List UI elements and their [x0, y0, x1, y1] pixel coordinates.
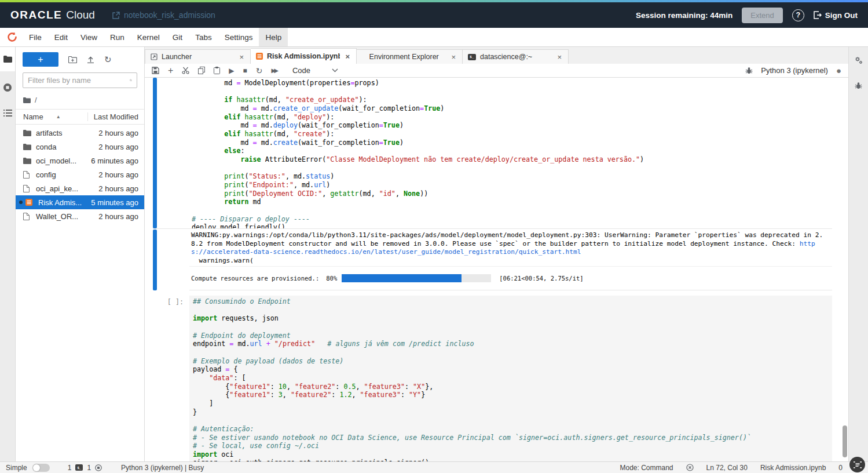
cut-cells-button[interactable] — [182, 67, 189, 74]
menu-tabs[interactable]: Tabs — [189, 28, 218, 46]
close-tab-icon[interactable]: × — [556, 53, 563, 61]
form-lines-icon — [854, 461, 862, 468]
output-body: WARNING:py.warnings:/opt/conda/lib/pytho… — [189, 230, 832, 290]
list-icon — [3, 110, 12, 117]
logo-cloud-text: Cloud — [66, 9, 95, 21]
scrollbar-thumb[interactable] — [843, 425, 847, 457]
main-area: + ↻ — [0, 47, 868, 461]
file-list: artifacts 2 hours ago conda 2 hours ago … — [16, 125, 144, 223]
notifications-off-icon[interactable] — [686, 464, 694, 471]
terminal-icon: $_ — [75, 464, 83, 471]
tab-terminal-datascience[interactable]: $_ datascience@:~ × — [463, 49, 569, 64]
notebook-scroll-area: md = ModelDeployment(properties=props) i… — [145, 78, 848, 461]
close-tab-icon[interactable]: × — [344, 52, 351, 61]
progress-bar — [342, 274, 491, 282]
upload-button[interactable] — [87, 56, 94, 63]
menu-settings[interactable]: Settings — [218, 28, 259, 46]
menu-git[interactable]: Git — [166, 28, 189, 46]
file-row-risk-admission[interactable]: Risk Admis... 5 minutes ago — [16, 195, 144, 209]
column-header-last-modified[interactable]: Last Modified — [87, 112, 138, 121]
breadcrumb[interactable]: / — [16, 92, 144, 110]
folder-icon — [23, 158, 31, 164]
code-editor[interactable]: md = ModelDeployment(properties=props) i… — [189, 78, 832, 228]
code-cell-endpoint: [ ]: ## Consumindo o Endpoint import req… — [153, 296, 832, 461]
external-link-icon — [112, 12, 120, 19]
code-editor[interactable]: ## Consumindo o Endpoint import requests… — [189, 296, 832, 461]
sign-out-button[interactable]: Sign Out — [814, 11, 858, 20]
status-bar-right: Mode: Command Ln 72, Col 30 Risk Admissi… — [620, 464, 843, 472]
kernel-status-label[interactable]: Python 3 (ipykernel) | Busy — [121, 464, 204, 472]
progress-bar-fill — [342, 274, 461, 282]
menu-file[interactable]: File — [23, 28, 48, 46]
menu-kernel[interactable]: Kernel — [131, 28, 166, 46]
command-mode-label: Mode: Command — [620, 464, 673, 472]
extend-session-button[interactable]: Extend — [742, 8, 782, 23]
kernel-busy-indicator: ● — [836, 66, 841, 75]
sidebar-tab-running-sessions[interactable] — [0, 83, 15, 92]
chevron-down-icon[interactable] — [332, 68, 338, 72]
save-icon — [152, 67, 159, 74]
sidebar-tab-filebrowser[interactable] — [0, 47, 15, 71]
folder-icon — [3, 56, 12, 63]
new-launcher-button[interactable]: + — [23, 52, 58, 67]
cell-output-area: WARNING:py.warnings:/opt/conda/lib/pytho… — [153, 230, 832, 290]
tab-risk-admission[interactable]: Risk Admission.ipynb × — [251, 48, 357, 64]
restart-and-run-all-button[interactable]: ▶▶ — [272, 68, 277, 74]
file-row-conda[interactable]: conda 2 hours ago — [16, 140, 144, 154]
file-browser-panel: + ↻ — [16, 47, 145, 461]
file-icon — [23, 171, 30, 179]
property-inspector-tab[interactable] — [849, 56, 868, 65]
column-header-name[interactable]: Name ▲ — [23, 112, 87, 121]
new-folder-button[interactable] — [68, 56, 77, 63]
cursor-position-label[interactable]: Ln 72, Col 30 — [706, 464, 748, 472]
file-row-wallet[interactable]: Wallet_OR... 2 hours ago — [16, 209, 144, 223]
close-tab-icon[interactable]: × — [238, 53, 245, 61]
status-bar: Simple 1 $_ 1 Python 3 (ipykernel) | Bus… — [0, 461, 868, 473]
debugger-tab[interactable] — [849, 82, 868, 89]
simple-mode-toggle[interactable] — [32, 464, 50, 472]
file-row-oci-model[interactable]: oci_model... 6 minutes ago — [16, 154, 144, 168]
jupyter-menubar: File Edit View Run Kernel Git Tabs Setti… — [0, 28, 868, 47]
output-collapser[interactable] — [153, 230, 157, 290]
file-browser-toolbar: + ↻ — [16, 47, 144, 71]
sort-ascending-icon: ▲ — [56, 114, 61, 119]
paste-cells-button[interactable] — [214, 67, 220, 74]
file-filter-input[interactable] — [28, 76, 130, 85]
sidebar-tab-table-of-contents[interactable] — [0, 110, 15, 117]
restart-kernel-button[interactable]: ↻ — [256, 67, 263, 75]
file-row-oci-api-key[interactable]: oci_api_ke... 2 hours ago — [16, 181, 144, 195]
insert-cell-button[interactable]: + — [168, 66, 173, 75]
refresh-button[interactable]: ↻ — [104, 54, 112, 65]
folder-icon — [23, 130, 31, 136]
cell-type-dropdown[interactable]: Code — [292, 66, 310, 75]
notifications-count[interactable]: 0 — [838, 464, 843, 472]
debugger-toggle-button[interactable] — [745, 67, 753, 74]
file-row-artifacts[interactable]: artifacts 2 hours ago — [16, 126, 144, 140]
gears-icon — [854, 56, 863, 65]
active-file-label: Risk Admission.ipynb — [760, 464, 826, 472]
cell-collapser[interactable] — [153, 78, 157, 228]
tab-environment-explorer[interactable]: Environment Explorer × — [357, 49, 463, 64]
tab-launcher[interactable]: Launcher × — [145, 49, 251, 64]
menu-edit[interactable]: Edit — [48, 28, 74, 46]
interrupt-kernel-button[interactable]: ■ — [243, 67, 247, 74]
help-button[interactable]: ? — [792, 9, 804, 21]
running-sessions-summary[interactable]: 1 $_ 1 — [68, 464, 102, 472]
upload-icon — [87, 56, 94, 63]
notebook-session-link[interactable]: notebook_risk_admission — [112, 10, 215, 20]
menu-view[interactable]: View — [74, 28, 104, 46]
run-cell-button[interactable]: ▶ — [229, 67, 234, 74]
menu-help[interactable]: Help — [259, 28, 288, 46]
floating-assistant-button[interactable] — [849, 457, 865, 472]
progress-timing: [06:21<00:54, 2.75s/it] — [499, 275, 583, 282]
save-button[interactable] — [152, 67, 159, 74]
kernel-name-button[interactable]: Python 3 (ipykernel) — [761, 66, 828, 75]
file-row-config[interactable]: config 2 hours ago — [16, 168, 144, 181]
menu-run[interactable]: Run — [104, 28, 131, 46]
copy-cells-button[interactable] — [198, 67, 205, 74]
terminal-icon: $_ — [468, 54, 476, 60]
close-tab-icon[interactable]: × — [450, 53, 457, 61]
left-activity-bar — [0, 47, 16, 461]
cell-collapser[interactable] — [153, 296, 157, 461]
sign-out-label: Sign Out — [825, 11, 858, 20]
